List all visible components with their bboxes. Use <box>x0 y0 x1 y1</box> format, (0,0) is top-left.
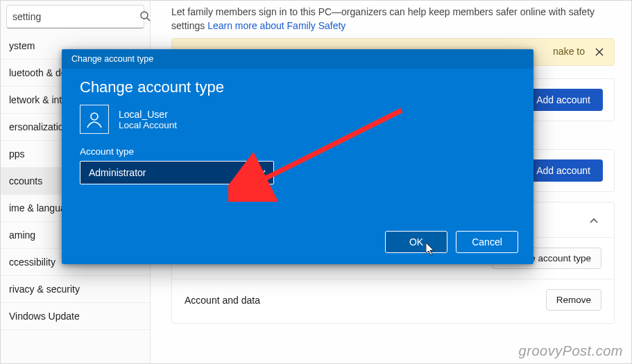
cursor-icon <box>426 243 436 257</box>
dialog-title-bar: Change account type <box>62 49 533 69</box>
svg-point-4 <box>91 113 98 120</box>
user-subtitle: Local Account <box>119 120 177 130</box>
cancel-button[interactable]: Cancel <box>456 231 518 253</box>
user-block: Local_User Local Account <box>80 105 515 134</box>
ok-button[interactable]: OK <box>385 231 447 253</box>
user-name: Local_User <box>119 109 177 120</box>
svg-marker-5 <box>426 243 434 255</box>
select-value: Administrator <box>89 167 146 178</box>
change-account-type-dialog: Change account type Change account type … <box>62 49 533 264</box>
account-type-label: Account type <box>80 146 515 157</box>
account-type-select[interactable]: Administrator <box>80 161 274 184</box>
chevron-down-icon <box>258 167 266 178</box>
dialog-heading: Change account type <box>80 78 515 96</box>
user-icon <box>80 105 109 134</box>
